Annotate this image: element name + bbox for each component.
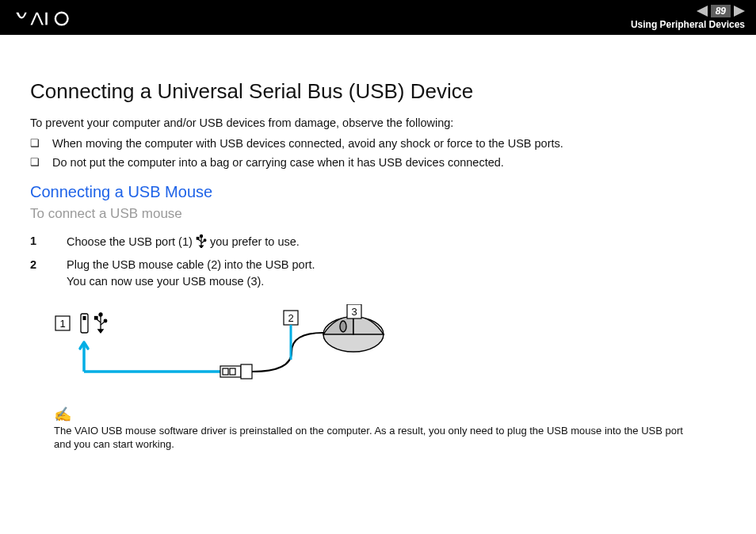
list-item: When moving the computer with USB device… <box>49 137 726 150</box>
page-content: Connecting a Universal Serial Bus (USB) … <box>0 35 756 452</box>
note-icon: ✍ <box>54 406 71 423</box>
svg-rect-8 <box>83 316 86 320</box>
diagram-callout-2: 2 <box>288 312 293 324</box>
diagram-callout-1: 1 <box>59 318 65 330</box>
section-title: Using Peripheral Devices <box>631 19 745 30</box>
svg-rect-13 <box>220 366 241 377</box>
step-text: You can now use your USB mouse (3). <box>67 275 264 288</box>
step-list: 1 Choose the USB port (1) you prefer to … <box>49 233 726 290</box>
prev-page-arrow[interactable] <box>697 6 708 17</box>
page-nav: 89 <box>697 5 745 17</box>
svg-rect-4 <box>197 238 199 240</box>
svg-rect-0 <box>45 13 48 25</box>
sub-heading: Connecting a USB Mouse <box>30 183 726 201</box>
svg-point-12 <box>104 319 107 322</box>
task-heading: To connect a USB mouse <box>30 206 726 222</box>
step-number: 2 <box>30 257 36 273</box>
step-text: you prefer to use. <box>210 235 300 248</box>
step-item: 1 Choose the USB port (1) you prefer to … <box>49 233 726 250</box>
svg-rect-16 <box>241 364 252 379</box>
list-item: Do not put the computer into a bag or ca… <box>49 156 726 169</box>
svg-rect-11 <box>95 317 98 320</box>
step-text: Plug the USB mouse cable (2) into the US… <box>67 258 315 271</box>
step-number: 1 <box>30 233 36 250</box>
header-bar: 89 Using Peripheral Devices <box>0 0 756 35</box>
svg-point-20 <box>340 321 346 332</box>
step-item: 2 Plug the USB mouse cable (2) into the … <box>49 257 726 290</box>
note-text: The VAIO USB mouse software driver is pr… <box>54 425 702 452</box>
next-page-arrow[interactable] <box>734 6 745 17</box>
svg-point-1 <box>55 13 68 25</box>
diagram-callout-3: 3 <box>351 306 357 318</box>
page-number: 89 <box>711 5 731 17</box>
usb-mouse-diagram: 1 <box>54 304 726 395</box>
intro-paragraph: To prevent your computer and/or USB devi… <box>30 116 726 129</box>
usb-icon <box>196 235 210 248</box>
step-text: Choose the USB port (1) <box>67 235 196 248</box>
vaio-logo <box>14 9 101 26</box>
page-title: Connecting a Universal Serial Bus (USB) … <box>30 79 726 104</box>
caution-list: When moving the computer with USB device… <box>49 137 726 169</box>
svg-point-5 <box>204 239 206 242</box>
